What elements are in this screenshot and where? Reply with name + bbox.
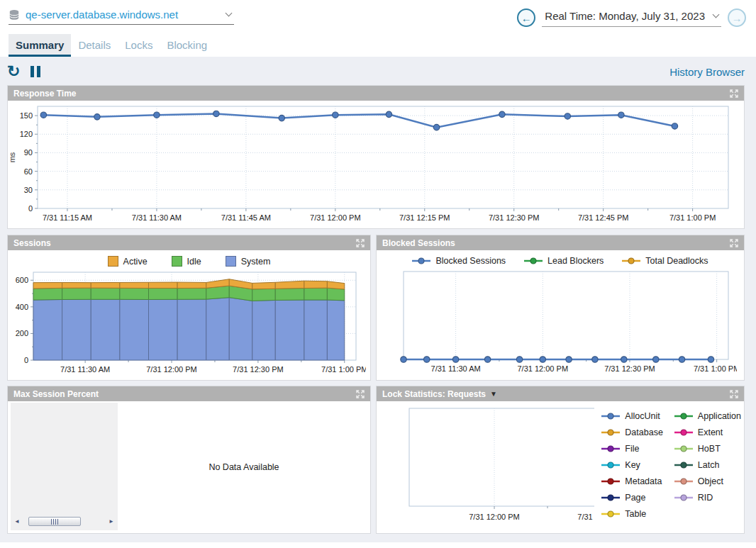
scrollbar-thumb[interactable] bbox=[28, 517, 81, 526]
svg-text:30: 30 bbox=[24, 186, 33, 194]
svg-text:7/31 12:30 PM: 7/31 12:30 PM bbox=[233, 365, 284, 374]
svg-text:7/31 1:00 PM: 7/31 1:00 PM bbox=[321, 365, 366, 374]
legend-item[interactable]: Object bbox=[674, 476, 741, 486]
legend-item[interactable]: Active bbox=[108, 256, 148, 267]
legend-item[interactable]: System bbox=[226, 256, 271, 267]
svg-text:7/31 12:45 PM: 7/31 12:45 PM bbox=[578, 213, 629, 222]
lock-statistics-legend: AllocUnitApplicationDatabaseExtentFileHo… bbox=[594, 404, 744, 533]
svg-text:7/31 11:15 AM: 7/31 11:15 AM bbox=[43, 213, 92, 222]
no-data-message: No Data Available bbox=[118, 401, 370, 533]
svg-text:150: 150 bbox=[20, 111, 33, 120]
panel-header: Lock Statistics: Requests ▼ bbox=[377, 386, 744, 401]
panel-title: Sessions bbox=[13, 238, 51, 248]
svg-text:7/31 11:30 AM: 7/31 11:30 AM bbox=[431, 364, 481, 373]
svg-text:600: 600 bbox=[16, 276, 28, 284]
panel-title: Max Session Percent bbox=[13, 389, 99, 399]
svg-text:7/31 12:00 PM: 7/31 12:00 PM bbox=[469, 513, 520, 521]
panel-title: Response Time bbox=[13, 89, 76, 99]
svg-text:7/31 11:45 AM: 7/31 11:45 AM bbox=[221, 213, 271, 222]
legend-item[interactable]: Application bbox=[674, 411, 741, 421]
legend-item[interactable]: Database bbox=[601, 427, 663, 437]
panel-header: Response Time bbox=[8, 86, 744, 101]
scrollbar-track[interactable] bbox=[21, 517, 107, 527]
database-icon bbox=[9, 9, 20, 21]
legend-item[interactable]: Page bbox=[601, 493, 663, 503]
legend-item[interactable]: HoBT bbox=[674, 444, 741, 454]
panel-lock-statistics: Lock Statistics: Requests ▼ 7/31 12:00 P… bbox=[376, 386, 745, 534]
app-window: qe-server.database.windows.net ← Real Ti… bbox=[0, 0, 756, 548]
sessions-chart[interactable]: 02004006007/31 11:30 AM7/31 12:00 PM7/31… bbox=[8, 268, 366, 377]
blocked-sessions-legend: Blocked SessionsLead BlockersTotal Deadl… bbox=[377, 250, 744, 267]
sessions-legend: ActiveIdleSystem bbox=[8, 250, 370, 268]
panel-max-session-percent: Max Session Percent ◄ ► No Data Availa bbox=[7, 386, 371, 534]
panel-header: Max Session Percent bbox=[8, 386, 370, 401]
svg-text:200: 200 bbox=[16, 329, 28, 337]
history-browser-link[interactable]: History Browser bbox=[669, 66, 745, 78]
svg-text:60: 60 bbox=[24, 167, 33, 176]
legend-item[interactable]: Extent bbox=[674, 427, 741, 437]
refresh-icon[interactable]: ↻ bbox=[7, 65, 20, 79]
content-area: ↻ History Browser Response Time 03060901… bbox=[0, 57, 756, 542]
svg-text:7/31 11:30 AM: 7/31 11:30 AM bbox=[132, 213, 182, 222]
legend-item[interactable]: Idle bbox=[172, 256, 201, 267]
chevron-down-icon bbox=[713, 11, 720, 18]
tab-summary[interactable]: Summary bbox=[9, 34, 71, 57]
svg-text:400: 400 bbox=[16, 303, 28, 311]
svg-text:0: 0 bbox=[28, 204, 33, 213]
time-range-selector[interactable]: Real Time: Monday, July 31, 2023 bbox=[542, 9, 721, 27]
expand-icon[interactable] bbox=[730, 390, 738, 398]
horizontal-scrollbar: ◄ ► bbox=[14, 517, 114, 527]
legend-item[interactable]: Metadata bbox=[601, 476, 663, 486]
legend-item[interactable]: Latch bbox=[674, 460, 741, 470]
time-navigation: ← Real Time: Monday, July 31, 2023 → bbox=[517, 9, 746, 27]
svg-text:7/31 12:15 PM: 7/31 12:15 PM bbox=[399, 213, 450, 222]
chevron-down-icon bbox=[226, 10, 233, 17]
time-range-label: Real Time: Monday, July 31, 2023 bbox=[545, 10, 705, 22]
legend-item[interactable]: AllocUnit bbox=[601, 411, 663, 421]
server-selector[interactable]: qe-server.database.windows.net bbox=[9, 9, 234, 25]
legend-item[interactable]: Total Deadlocks bbox=[622, 256, 708, 266]
panel-sessions: Sessions ActiveIdleSystem 02004006007/31… bbox=[7, 235, 371, 381]
lock-statistics-chart[interactable]: 7/31 12:00 PM7/31 1:00 PM bbox=[378, 404, 594, 525]
expand-icon[interactable] bbox=[356, 239, 365, 247]
legend-item[interactable]: File bbox=[601, 444, 663, 454]
panel-blocked-sessions: Blocked Sessions Blocked SessionsLead Bl… bbox=[376, 235, 745, 381]
svg-text:90: 90 bbox=[24, 148, 33, 157]
previous-interval-button[interactable]: ← bbox=[517, 9, 535, 27]
blocked-sessions-chart[interactable]: 7/31 11:30 AM7/31 12:00 PM7/31 12:30 PM7… bbox=[377, 267, 737, 376]
svg-text:0: 0 bbox=[24, 356, 28, 364]
response-time-chart[interactable]: 03060901201507/31 11:15 AM7/31 11:30 AM7… bbox=[8, 101, 738, 225]
svg-text:7/31 12:00 PM: 7/31 12:00 PM bbox=[518, 364, 569, 373]
panel-response-time: Response Time 03060901201507/31 11:15 AM… bbox=[7, 85, 745, 229]
server-name: qe-server.database.windows.net bbox=[26, 9, 178, 21]
expand-icon[interactable] bbox=[730, 239, 738, 247]
svg-text:7/31 12:00 PM: 7/31 12:00 PM bbox=[310, 213, 361, 222]
legend-item[interactable]: Key bbox=[601, 460, 663, 470]
svg-text:7/31 1:00 PM: 7/31 1:00 PM bbox=[577, 513, 594, 521]
svg-text:7/31 1:00 PM: 7/31 1:00 PM bbox=[694, 364, 737, 373]
svg-text:7/31 1:00 PM: 7/31 1:00 PM bbox=[669, 213, 716, 222]
expand-icon[interactable] bbox=[356, 390, 365, 398]
legend-item[interactable]: Blocked Sessions bbox=[412, 256, 506, 266]
max-session-legend-pane: ◄ ► bbox=[11, 403, 118, 530]
top-bar: qe-server.database.windows.net ← Real Ti… bbox=[0, 0, 756, 33]
next-interval-button[interactable]: → bbox=[728, 9, 746, 27]
scroll-right-icon[interactable]: ► bbox=[107, 519, 114, 525]
tab-details[interactable]: Details bbox=[71, 34, 118, 57]
legend-item[interactable]: Lead Blockers bbox=[524, 256, 604, 266]
panel-title[interactable]: Lock Statistics: Requests bbox=[382, 389, 486, 399]
legend-item[interactable]: Table bbox=[601, 509, 663, 519]
panel-header: Blocked Sessions bbox=[377, 235, 744, 250]
expand-icon[interactable] bbox=[730, 89, 738, 98]
panel-title: Blocked Sessions bbox=[382, 238, 455, 248]
pause-icon[interactable] bbox=[30, 66, 40, 77]
tab-locks[interactable]: Locks bbox=[118, 34, 160, 57]
dropdown-triangle-icon[interactable]: ▼ bbox=[490, 390, 497, 398]
tab-blocking[interactable]: Blocking bbox=[160, 34, 214, 57]
tab-bar: Summary Details Locks Blocking bbox=[0, 34, 756, 57]
toolbar: ↻ History Browser bbox=[7, 62, 745, 81]
svg-text:7/31 12:00 PM: 7/31 12:00 PM bbox=[146, 365, 197, 374]
scroll-left-icon[interactable]: ◄ bbox=[14, 519, 21, 525]
svg-text:120: 120 bbox=[20, 130, 33, 138]
legend-item[interactable]: RID bbox=[674, 493, 741, 503]
